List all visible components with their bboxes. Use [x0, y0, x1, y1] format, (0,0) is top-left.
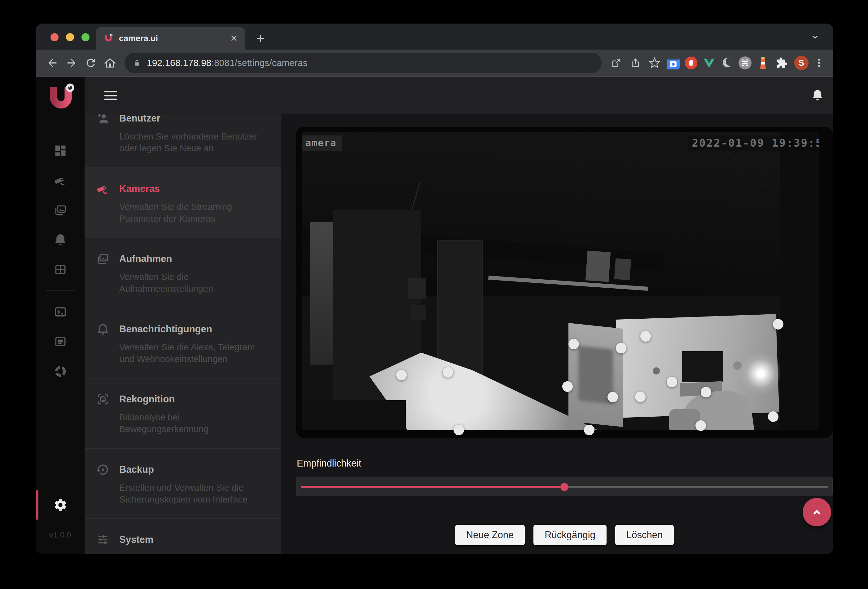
settings-menu-item-system[interactable]: System Verwalten Sie die Backend Einstel… [84, 519, 280, 554]
backup-restore-icon [96, 463, 110, 477]
vue-devtools-extension-icon[interactable] [701, 55, 717, 71]
sidebar-recordings-icon[interactable] [53, 203, 68, 217]
sidebar-camview-icon[interactable] [53, 263, 68, 277]
profile-avatar[interactable]: S [794, 56, 809, 70]
tab-title: camera.ui [119, 34, 230, 43]
tab-close-icon[interactable]: ✕ [230, 34, 238, 43]
menu-item-title: Benachrichtigungen [119, 324, 212, 335]
settings-menu-item-aufnahmen[interactable]: Aufnahmen Verwalten Sie die Aufnahmeeins… [84, 238, 280, 308]
chevron-up-icon [810, 505, 824, 519]
minimize-window-button[interactable] [66, 33, 74, 41]
extensions-puzzle-icon[interactable] [773, 54, 791, 72]
delete-button[interactable]: Löschen [615, 525, 674, 545]
menu-item-subtitle: Verwalten Sie die Aufnahmeeinstellungen [119, 271, 270, 295]
sidebar-utilization-icon[interactable] [53, 364, 68, 379]
sensitivity-slider[interactable] [296, 477, 833, 496]
new-zone-button[interactable]: Neue Zone [455, 525, 525, 545]
menu-item-subtitle: Löschen Sie vorhandene Benutzer oder leg… [119, 130, 270, 154]
settings-menu-item-kameras[interactable]: Kameras Verwalten Sie die Streaming Para… [84, 168, 280, 238]
forward-icon[interactable] [63, 54, 81, 72]
bell-outline-icon [96, 322, 110, 336]
home-icon[interactable] [101, 54, 119, 72]
cctv-icon [96, 182, 110, 196]
settings-menu-item-benachrichtigungen[interactable]: Benachrichtigungen Verwalten Sie die Ale… [84, 308, 280, 379]
scroll-to-top-fab[interactable] [803, 498, 831, 526]
zone-point[interactable] [453, 425, 464, 435]
camera-ui-app: v1.0.0 Benutz [36, 77, 833, 554]
sidebar-settings-item[interactable] [36, 498, 84, 512]
sidebar-divider [46, 290, 75, 291]
zone-point[interactable] [640, 331, 651, 342]
zone-point[interactable] [635, 392, 645, 402]
menu-item-subtitle: Verwalten Sie die Alexa, Telegram und We… [119, 341, 270, 365]
settings-menu-item-backup[interactable]: Backup Erstellen und Verwalten Sie die S… [84, 449, 280, 519]
camera-stream[interactable]: amera 2022-01-09 19:39:5 [296, 127, 833, 438]
zone-point[interactable] [607, 392, 618, 403]
adblock-extension-icon[interactable] [683, 55, 700, 71]
zone-points-layer [303, 132, 819, 430]
back-icon[interactable] [43, 54, 61, 72]
tab-search-chevron-icon[interactable] [810, 32, 820, 42]
sidebar-rail: v1.0.0 [36, 77, 84, 554]
zone-point[interactable] [443, 367, 453, 377]
gear-icon [53, 498, 68, 512]
maximize-window-button[interactable] [81, 33, 90, 41]
zone-point[interactable] [695, 420, 706, 431]
settings-menu: Benutzer Löschen Sie vorhandene Benutzer… [84, 114, 280, 554]
slider-track[interactable] [301, 486, 828, 488]
lighthouse-extension-icon[interactable] [754, 55, 771, 71]
new-tab-button[interactable]: + [257, 32, 264, 45]
open-in-new-icon[interactable] [607, 54, 625, 72]
url-host: 192.168.178.98 [147, 58, 211, 68]
zone-point[interactable] [584, 425, 595, 435]
browser-toolbar: 192.168.178.98:8081/settings/cameras ⌘ [36, 50, 833, 77]
dark-mode-extension-icon[interactable] [719, 55, 735, 71]
slider-fill [301, 486, 564, 488]
zone-point[interactable] [616, 343, 626, 354]
zone-point[interactable] [396, 370, 407, 380]
reload-icon[interactable] [82, 54, 100, 72]
sidebar-cameras-icon[interactable] [53, 173, 68, 188]
sidebar-console-icon[interactable] [53, 305, 68, 319]
url-bar[interactable]: 192.168.178.98:8081/settings/cameras [124, 53, 602, 73]
notifications-bell-icon[interactable] [811, 89, 824, 102]
browser-titlebar: camera.ui ✕ + [36, 24, 833, 50]
menu-item-subtitle: Erstellen und Verwalten Sie die Sicherun… [119, 482, 270, 506]
undo-button[interactable]: Rückgängig [533, 525, 607, 545]
camera-ui-favicon [103, 34, 114, 43]
shortcuts-extension-icon[interactable]: ⌘ [737, 55, 753, 71]
face-recognition-icon [96, 392, 110, 406]
zone-point[interactable] [667, 377, 677, 387]
sidebar-dashboard-icon[interactable] [53, 144, 68, 158]
tune-sliders-icon [96, 533, 110, 547]
screenshot-extension-icon[interactable] [665, 55, 682, 71]
settings-menu-item-benutzer[interactable]: Benutzer Löschen Sie vorhandene Benutzer… [84, 114, 280, 168]
browser-tab[interactable]: camera.ui ✕ [96, 27, 245, 50]
menu-item-subtitle: Verwalten Sie die Streaming Parameter de… [119, 201, 270, 225]
slider-thumb[interactable] [560, 483, 568, 491]
screenshot-root: camera.ui ✕ + 192.168.178.98:8081/settin… [0, 0, 868, 589]
menu-item-subtitle: Bildanalyse bei Bewegungserkennung [119, 411, 270, 435]
bookmark-star-icon[interactable] [645, 54, 664, 72]
close-window-button[interactable] [50, 33, 59, 41]
zone-point[interactable] [768, 411, 778, 422]
zone-point[interactable] [701, 387, 711, 397]
sidebar-notifications-icon[interactable] [53, 233, 68, 247]
hamburger-menu-icon[interactable] [105, 91, 117, 100]
menu-item-subtitle: Verwalten Sie die Backend Einstellungen … [119, 552, 270, 554]
menu-item-title: Aufnahmen [119, 253, 172, 265]
zone-point[interactable] [773, 319, 784, 330]
share-icon[interactable] [626, 54, 644, 72]
app-header [84, 77, 833, 114]
zone-actions: Neue Zone Rückgängig Löschen [296, 525, 833, 545]
browser-menu-kebab-icon[interactable] [812, 54, 826, 72]
settings-menu-item-rekognition[interactable]: Rekognition Bildanalyse bei Bewegungserk… [84, 379, 280, 449]
traffic-lights [50, 33, 90, 41]
browser-window: camera.ui ✕ + 192.168.178.98:8081/settin… [36, 24, 833, 554]
active-nav-indicator [36, 490, 38, 519]
user-add-icon [96, 114, 110, 126]
zone-point[interactable] [562, 381, 573, 392]
zone-point[interactable] [568, 339, 579, 349]
app-version: v1.0.0 [49, 530, 71, 540]
sidebar-log-icon[interactable] [53, 334, 68, 349]
